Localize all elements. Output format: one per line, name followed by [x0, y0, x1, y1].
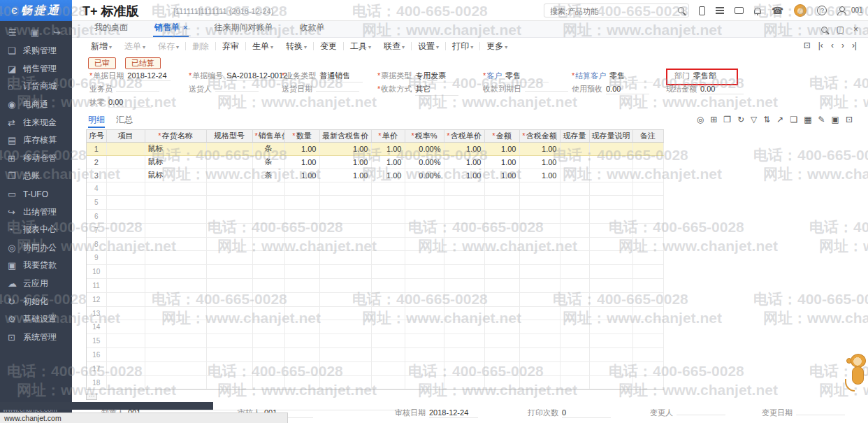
column-header-项目[interactable]: 项目 — [106, 130, 145, 142]
cell[interactable]: 鼠标 — [145, 169, 206, 182]
lock-icon[interactable]: ▣ — [832, 115, 839, 124]
cell[interactable] — [589, 196, 632, 210]
cell[interactable] — [252, 279, 284, 293]
cell[interactable]: 1.00 — [319, 142, 371, 155]
cell[interactable] — [589, 320, 632, 334]
toolbar-button-工具[interactable]: 工具▾ — [344, 41, 377, 52]
cell[interactable] — [560, 196, 589, 210]
location-icon[interactable]: ◎ — [697, 115, 704, 124]
cell[interactable] — [405, 375, 444, 389]
cell[interactable] — [560, 237, 589, 251]
message-icon[interactable] — [735, 7, 744, 14]
cell[interactable] — [484, 334, 519, 348]
cell[interactable]: 1.00 — [319, 169, 371, 182]
cell[interactable]: 16 — [87, 348, 106, 362]
cell[interactable] — [632, 348, 663, 362]
cell[interactable] — [252, 348, 284, 362]
table-row-empty[interactable]: 9 — [87, 251, 663, 265]
cell[interactable] — [206, 251, 252, 265]
cell[interactable]: 1.00 — [371, 169, 405, 182]
cell[interactable]: 15 — [87, 334, 106, 348]
cell[interactable] — [252, 182, 284, 196]
table-row-empty[interactable]: 14 — [87, 320, 663, 334]
field-value[interactable]: 其它 — [415, 84, 458, 96]
cell[interactable] — [519, 182, 560, 196]
cell[interactable] — [484, 320, 519, 334]
cell[interactable]: 3 — [87, 169, 106, 182]
cell[interactable] — [145, 320, 206, 334]
cell[interactable]: 14 — [87, 320, 106, 334]
cell[interactable] — [106, 210, 145, 224]
cell[interactable] — [371, 223, 405, 237]
cell[interactable]: 条 — [252, 155, 284, 169]
cell[interactable] — [106, 292, 145, 306]
cell[interactable]: 12 — [87, 292, 106, 306]
tab-我的桌面[interactable]: 我的桌面 — [93, 20, 129, 37]
cell[interactable] — [371, 292, 405, 306]
cell[interactable] — [371, 265, 405, 279]
cell[interactable]: 2 — [87, 155, 106, 169]
cell[interactable] — [284, 320, 319, 334]
cell[interactable]: 1.00 — [484, 155, 519, 169]
phone-icon[interactable]: ☎ — [772, 6, 783, 15]
cell[interactable] — [632, 142, 663, 155]
field-value[interactable] — [316, 90, 359, 92]
cell[interactable]: 1.00 — [284, 155, 319, 169]
toolbar-button-生单[interactable]: 生单▾ — [246, 41, 280, 52]
cell[interactable] — [519, 196, 560, 210]
toolbar-button-变更[interactable]: 变更 — [314, 41, 343, 52]
cell[interactable] — [589, 210, 632, 224]
detail-tab-汇总[interactable]: 汇总 — [116, 114, 133, 128]
refresh-icon[interactable]: ↻ — [737, 115, 744, 124]
cell[interactable] — [444, 223, 484, 237]
cell[interactable] — [319, 292, 371, 306]
cell[interactable] — [444, 292, 484, 306]
cell[interactable] — [405, 320, 444, 334]
cell[interactable] — [319, 279, 371, 293]
sidebar-item-基础设置[interactable]: ⚙基础设置 — [0, 310, 72, 329]
toolbar-button-打印[interactable]: 打印▾ — [446, 41, 479, 52]
menu-toggle-icon[interactable]: ☰ — [8, 27, 17, 38]
global-search[interactable] — [544, 3, 689, 17]
cell[interactable]: 鼠标 — [145, 142, 206, 155]
cell[interactable] — [371, 334, 405, 348]
cell[interactable] — [405, 265, 444, 279]
cell[interactable] — [519, 223, 560, 237]
cell[interactable] — [405, 251, 444, 265]
last-record-icon[interactable]: ›| — [852, 41, 857, 50]
column-header-备注[interactable]: 备注 — [632, 130, 663, 142]
cell[interactable] — [284, 265, 319, 279]
mascot-monkey[interactable] — [842, 354, 867, 397]
cell[interactable] — [252, 237, 284, 251]
cell[interactable] — [632, 210, 663, 224]
column-header-销售单位[interactable]: *销售单位 — [252, 130, 284, 142]
column-header-金额[interactable]: *金额 — [484, 130, 519, 142]
cell[interactable] — [284, 210, 319, 224]
cell[interactable]: 1.00 — [284, 169, 319, 182]
sidebar-item-订货商城[interactable]: ⌂订货商城 — [0, 78, 72, 96]
field-value[interactable]: SA-2018-12-0012 — [226, 71, 287, 81]
cell[interactable]: 0.00% — [405, 169, 444, 182]
sidebar-item-T-UFO[interactable]: ▭T-UFO — [0, 185, 72, 203]
cell[interactable] — [106, 320, 145, 334]
cell[interactable] — [519, 306, 560, 320]
cell[interactable] — [145, 279, 206, 293]
cell[interactable] — [284, 237, 319, 251]
cell[interactable] — [444, 334, 484, 348]
cell[interactable] — [484, 223, 519, 237]
cell[interactable] — [519, 334, 560, 348]
close-icon[interactable]: × — [853, 24, 858, 34]
sidebar-item-移动仓管[interactable]: ⊞移动仓管 — [0, 150, 72, 168]
cell[interactable] — [405, 306, 444, 320]
table-row-empty[interactable]: 13 — [87, 306, 663, 320]
cell[interactable] — [106, 223, 145, 237]
table-row-empty[interactable]: 10 — [87, 265, 663, 279]
cell[interactable] — [319, 265, 371, 279]
cell[interactable] — [632, 279, 663, 293]
cell[interactable] — [444, 237, 484, 251]
insert-row-icon[interactable]: ⊞ — [710, 115, 717, 124]
cell[interactable] — [560, 155, 589, 169]
cell[interactable] — [206, 348, 252, 362]
cell[interactable] — [284, 361, 319, 375]
column-settings-icon[interactable]: ▦ — [804, 115, 811, 124]
